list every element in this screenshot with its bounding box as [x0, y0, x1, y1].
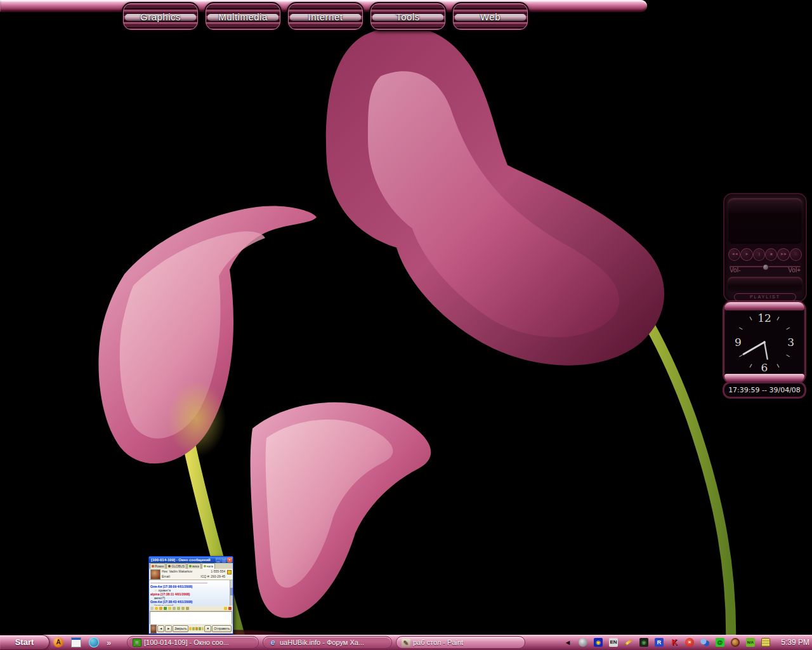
- launcher-graphics-button[interactable]: Graphics: [122, 2, 199, 31]
- info-icon[interactable]: [227, 570, 232, 574]
- contact-status-icon: [152, 565, 154, 567]
- send-option-icon[interactable]: [202, 627, 204, 630]
- font-icon[interactable]: [168, 607, 171, 610]
- launcher-internet-button[interactable]: Internet: [287, 2, 364, 31]
- media-display: [728, 198, 802, 244]
- chat-history[interactable]: —————————————————— Оля-Ая (17:38:09 4/01…: [149, 580, 233, 606]
- alert-settings-icon[interactable]: [224, 607, 227, 610]
- slider-knob[interactable]: [763, 264, 769, 270]
- close-button[interactable]: ×: [227, 557, 232, 562]
- scheduler-window-icon[interactable]: [71, 637, 81, 647]
- spellcheck-icon[interactable]: [181, 607, 185, 610]
- scroll-thumb[interactable]: [230, 588, 233, 595]
- switcher-icon[interactable]: R: [655, 638, 664, 647]
- minimize-button[interactable]: _: [216, 557, 221, 562]
- stop-icon[interactable]: ■: [765, 248, 777, 261]
- na-status-icon[interactable]: N/A: [746, 638, 755, 647]
- launcher-label: Graphics: [123, 11, 198, 22]
- taskbar-clock[interactable]: 5:39 PM: [781, 635, 809, 650]
- messenger-quicklaunch-icon[interactable]: [89, 637, 99, 647]
- send-option-icon[interactable]: [199, 627, 201, 630]
- taskbar: Start A » ≡ [100-014-109] - Окно соо... …: [0, 635, 812, 650]
- messenger-titlebar[interactable]: [100-014-109] - Окно сообщений _ □ ×: [149, 557, 233, 563]
- digital-datetime: 17:39:59 -- 39/04/08: [724, 383, 804, 397]
- nvidia-icon[interactable]: ◉: [639, 638, 648, 647]
- notes-icon[interactable]: [761, 638, 770, 647]
- launcher-label: Internet: [288, 11, 363, 22]
- clock-bottom-cap: [724, 374, 804, 382]
- smiley-picker-icon[interactable]: [155, 607, 158, 610]
- launcher-web-button[interactable]: Web: [452, 2, 529, 31]
- quote-icon[interactable]: [150, 607, 154, 610]
- launcher-tools-button[interactable]: Tools: [369, 2, 447, 31]
- close-chat-button[interactable]: Закрыть: [173, 625, 188, 632]
- forward-icon[interactable]: ►►: [777, 248, 789, 261]
- media-shelf: [728, 277, 802, 292]
- tab-contact-1[interactable]: Ромик: [150, 563, 166, 569]
- task-button-messenger[interactable]: ≡ [100-014-109] - Окно соо...: [127, 636, 259, 649]
- clock-number-6: 6: [761, 361, 768, 374]
- send-button[interactable]: Отправить: [212, 625, 232, 632]
- own-avatar[interactable]: [150, 625, 157, 633]
- pause-icon[interactable]: ||: [753, 248, 765, 261]
- quicklaunch-overflow-chevron[interactable]: »: [107, 638, 111, 647]
- clock-number-3: 3: [787, 336, 794, 348]
- history-icon[interactable]: [186, 607, 189, 610]
- coils-icon[interactable]: [731, 638, 740, 647]
- task-button-browser[interactable]: e uaHUBik.info - Форум Ха...: [263, 636, 392, 649]
- hour-hand: [764, 342, 768, 359]
- contact-uin: 1-555-554: [211, 569, 225, 573]
- launcher-multimedia-button[interactable]: Multimedia: [204, 2, 282, 31]
- send-option-icon[interactable]: [195, 627, 198, 630]
- send-menu-arrow[interactable]: ▼: [204, 625, 211, 632]
- internet-explorer-icon: e: [268, 639, 277, 647]
- playlist-button[interactable]: PLAYLIST: [734, 293, 796, 301]
- clock-top-cap: [724, 302, 804, 310]
- messenger-title: [100-014-109] - Окно сообщений: [151, 558, 211, 562]
- pencil-icon[interactable]: [624, 638, 633, 647]
- messenger-window: [100-014-109] - Окно сообщений _ □ × Ром…: [148, 556, 233, 634]
- prev-message-button[interactable]: ◄: [157, 625, 164, 632]
- image-icon[interactable]: [173, 607, 176, 610]
- mail-agent-icon[interactable]: @: [716, 638, 724, 647]
- font-color-icon[interactable]: [164, 607, 167, 610]
- minute-hand: [743, 342, 764, 354]
- message-window-icon: ≡: [133, 639, 141, 647]
- media-player-widget: ◄◄ ► || ■ ►► □ Vol- Vol+ PLAYLIST: [723, 193, 807, 302]
- broadcast-icon[interactable]: ◉: [594, 638, 603, 647]
- browser-a-icon[interactable]: A: [53, 637, 63, 647]
- tab-contact-2[interactable]: GLOBUS: [166, 563, 187, 569]
- contact-status-icon: [189, 565, 192, 567]
- message-input[interactable]: [150, 611, 232, 625]
- kaspersky-icon[interactable]: K: [670, 638, 679, 647]
- clock-widget: 12 3 6 9: [724, 302, 804, 382]
- rewind-icon[interactable]: ◄◄: [728, 248, 740, 261]
- chat-scrollbar[interactable]: [230, 580, 233, 606]
- wallpaper-calla-lilies: [0, 0, 812, 650]
- quick-launch: A »: [53, 635, 111, 650]
- volume-icon[interactable]: [579, 638, 587, 647]
- language-indicator[interactable]: EN: [609, 638, 618, 647]
- desktop: Graphics Multimedia Internet Tools Web ◄…: [0, 0, 812, 650]
- clock-number-9: 9: [735, 336, 742, 348]
- task-button-paint[interactable]: ✎ раб стол - Paint: [396, 636, 525, 649]
- maximize-button[interactable]: □: [221, 557, 226, 562]
- tab-contact-3[interactable]: вика: [187, 563, 201, 569]
- next-message-button[interactable]: ►: [165, 625, 172, 632]
- translit-icon[interactable]: [177, 607, 180, 610]
- clock-number-12: 12: [757, 312, 771, 324]
- contacts-icon[interactable]: [700, 638, 709, 647]
- start-button[interactable]: Start: [0, 635, 49, 650]
- block-icon[interactable]: [228, 607, 232, 610]
- tab-contact-4[interactable]: ната: [202, 563, 215, 569]
- play-icon[interactable]: ►: [740, 248, 752, 261]
- contact-status-icon: [168, 565, 171, 567]
- send-option-icon[interactable]: [189, 627, 192, 630]
- wink-icon[interactable]: [159, 607, 162, 610]
- contact-avatar[interactable]: [150, 569, 160, 580]
- security-alert-icon[interactable]: ×: [685, 638, 694, 647]
- send-option-icon[interactable]: [192, 627, 195, 630]
- eject-icon[interactable]: □: [790, 248, 802, 261]
- contact-status-icon: [204, 565, 206, 567]
- hide-tray-icons-arrow[interactable]: ◄: [563, 638, 572, 647]
